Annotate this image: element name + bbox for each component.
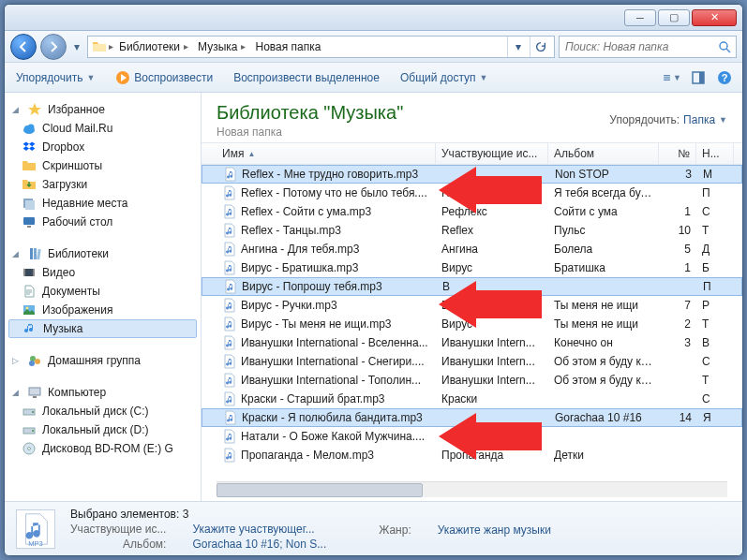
sidebar-item-documents[interactable]: Документы: [5, 282, 201, 301]
search-box[interactable]: [559, 36, 737, 58]
file-row[interactable]: Краски - Старший брат.mp3КраскиС: [202, 390, 742, 408]
file-row[interactable]: Вирус - Ручки.mp3ВТы меня не ищи7Р: [202, 296, 742, 315]
file-artist: Иванушки Intern...: [436, 355, 548, 368]
organize-menu[interactable]: Упорядочить ▼: [12, 69, 98, 86]
computer-icon: [27, 385, 42, 400]
column-name[interactable]: Имя▲: [217, 143, 436, 164]
file-track: 1: [659, 205, 696, 218]
mp3-icon: [222, 448, 237, 463]
file-artist: Reflex: [436, 224, 548, 237]
star-icon: [27, 102, 42, 117]
album-value[interactable]: Gorachaa 10 #16; Non S...: [192, 538, 326, 551]
sidebar-item-recent[interactable]: Недавние места: [5, 194, 201, 213]
sidebar-item-cloud[interactable]: Cloud Mail.Ru: [5, 119, 201, 138]
file-row[interactable]: Вирус - Попрошу тебя.mp3ВП: [202, 277, 742, 296]
sidebar-item-bdrom[interactable]: Дисковод BD-ROM (E:) G: [5, 439, 201, 458]
sidebar-computer-header[interactable]: ◢Компьютер: [5, 383, 201, 402]
address-bar[interactable]: ▸ Библиотеки▸ Музыка▸ Новая папка ▾: [87, 36, 555, 58]
svg-rect-3: [664, 77, 670, 78]
sidebar-homegroup-header[interactable]: ▷Домашняя группа: [5, 351, 201, 370]
artist-label: Участвующие ис...: [70, 523, 166, 536]
address-dropdown[interactable]: ▾: [507, 37, 528, 57]
file-album: Об этом я буду кр...: [548, 355, 659, 368]
share-menu[interactable]: Общий доступ ▼: [396, 69, 492, 86]
file-row[interactable]: Иванушки International - Тополин...Ивану…: [202, 371, 742, 390]
breadcrumb-libraries[interactable]: Библиотеки▸: [115, 38, 192, 55]
file-name: Вирус - Ручки.mp3: [241, 299, 337, 312]
file-track: 10: [659, 224, 696, 237]
svg-rect-13: [25, 200, 35, 210]
horizontal-scrollbar[interactable]: [217, 481, 727, 497]
file-row[interactable]: Пропаганда - Мелом.mp3ПропагандаДетки: [202, 446, 742, 464]
search-input[interactable]: [563, 39, 717, 54]
column-album[interactable]: Альбом: [548, 143, 659, 164]
sidebar-item-music[interactable]: Музыка: [8, 319, 197, 338]
file-row[interactable]: Reflex - Мне трудно говорить.mp3Non STOP…: [202, 165, 742, 184]
chevron-right-icon[interactable]: ▸: [241, 41, 246, 52]
file-row[interactable]: Reflex - Потому что не было тебя....Refl…: [202, 184, 742, 202]
file-row[interactable]: Натали - О Боже Какой Мужчина....: [202, 427, 742, 446]
file-list[interactable]: Reflex - Мне трудно говорить.mp3Non STOP…: [202, 165, 742, 481]
sidebar-item-videos[interactable]: Видео: [5, 263, 201, 282]
play-selected-button[interactable]: Воспроизвести выделенное: [230, 69, 383, 86]
maximize-button[interactable]: ▢: [658, 9, 690, 26]
svg-point-34: [28, 448, 31, 450]
minimize-button[interactable]: ─: [624, 9, 656, 26]
view-options-button[interactable]: ▼: [662, 67, 682, 88]
column-artist[interactable]: Участвующие ис...: [436, 143, 548, 164]
sidebar-item-pictures[interactable]: Изображения: [5, 301, 201, 319]
file-track: 1: [659, 261, 696, 274]
column-title[interactable]: Н...: [696, 143, 734, 164]
file-title: С: [696, 392, 734, 405]
sidebar-favorites-header[interactable]: ◢Избранное: [5, 100, 201, 119]
file-name: Краски - Я полюбила бандита.mp3: [242, 411, 423, 424]
file-row[interactable]: Иванушки International - Вселенна...Иван…: [202, 333, 742, 352]
file-artist: Refle: [436, 186, 548, 199]
sidebar-item-dropbox[interactable]: Dropbox: [5, 138, 201, 156]
file-row[interactable]: Reflex - Танцы.mp3ReflexПульс10Т: [202, 221, 742, 240]
sidebar-libraries-header[interactable]: ◢Библиотеки: [5, 244, 201, 263]
file-row[interactable]: Ангина - Для тебя.mp3АнгинаБолела5Д: [202, 240, 742, 258]
sidebar-item-drive-d[interactable]: Локальный диск (D:): [5, 420, 201, 439]
scrollbar-thumb[interactable]: [217, 483, 423, 497]
chevron-right-icon[interactable]: ▸: [109, 41, 113, 52]
close-button[interactable]: ✕: [692, 9, 737, 26]
genre-value[interactable]: Укажите жанр музыки: [438, 523, 551, 537]
navigation-pane[interactable]: ◢Избранное Cloud Mail.Ru Dropbox Скриншо…: [5, 93, 202, 501]
nav-back-button[interactable]: [10, 34, 37, 60]
file-row[interactable]: Иванушки International - Снегири....Иван…: [202, 352, 742, 371]
arrange-by-menu[interactable]: Упорядочить: Папка ▼: [609, 113, 727, 126]
nav-history-dropdown[interactable]: ▾: [70, 34, 83, 60]
svg-rect-2: [664, 75, 670, 76]
sidebar-item-downloads[interactable]: Загрузки: [5, 175, 201, 194]
sort-asc-icon: ▲: [247, 150, 255, 158]
breadcrumb-music[interactable]: Музыка▸: [194, 38, 249, 55]
file-row[interactable]: Reflex - Сойти с ума.mp3РефлексСойти с у…: [202, 202, 742, 221]
titlebar[interactable]: ─ ▢ ✕: [5, 5, 742, 31]
mp3-icon: [222, 223, 237, 238]
refresh-button[interactable]: [530, 37, 550, 57]
sidebar-item-desktop[interactable]: Рабочий стол: [5, 213, 201, 231]
file-title: Б: [696, 261, 734, 274]
file-row[interactable]: Вирус - Братишка.mp3ВирусБратишка1Б: [202, 258, 742, 277]
preview-pane-button[interactable]: [688, 67, 709, 88]
nav-forward-button[interactable]: [40, 34, 67, 60]
genre-label: Жанр:: [379, 523, 411, 537]
help-button[interactable]: ?: [714, 67, 735, 88]
file-album: Non STOP: [549, 168, 660, 181]
file-row[interactable]: Краски - Я полюбила бандита.mp3Gorachaa …: [202, 408, 742, 427]
folder-icon: [22, 158, 37, 173]
music-icon: [22, 321, 37, 336]
drive-icon: [22, 422, 37, 437]
column-headers[interactable]: Имя▲ Участвующие ис... Альбом № Н...: [202, 142, 742, 165]
image-icon: [22, 302, 37, 317]
file-row[interactable]: Вирус - Ты меня не ищи.mp3ВирусТы меня н…: [202, 315, 742, 333]
play-button[interactable]: Воспроизвести: [112, 68, 217, 87]
breadcrumb-folder[interactable]: Новая папка: [251, 38, 324, 55]
mp3-icon: [223, 279, 238, 294]
artist-value[interactable]: Укажите участвующег...: [192, 523, 326, 536]
column-track[interactable]: №: [659, 143, 696, 164]
sidebar-item-drive-c[interactable]: Локальный диск (C:): [5, 402, 201, 420]
chevron-right-icon[interactable]: ▸: [184, 41, 188, 52]
sidebar-item-screenshots[interactable]: Скриншоты: [5, 156, 201, 175]
